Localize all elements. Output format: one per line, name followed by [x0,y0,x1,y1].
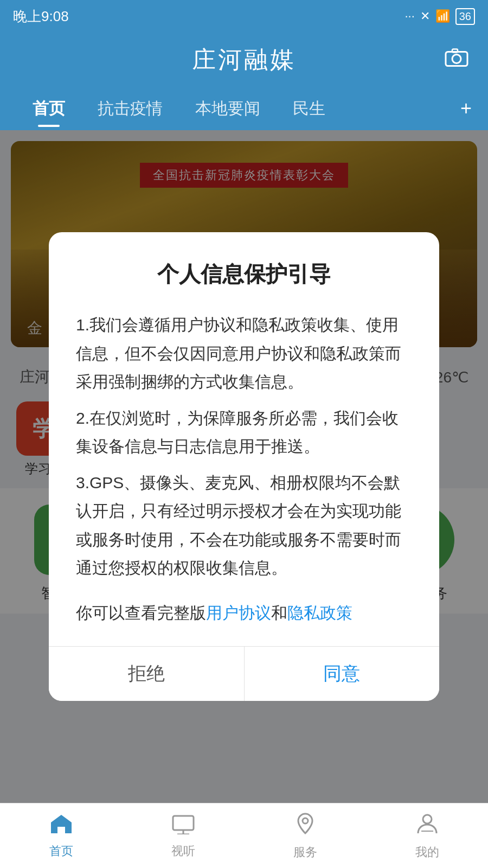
tab-home[interactable]: 首页 [16,87,81,130]
reject-button[interactable]: 拒绝 [49,647,245,701]
tab-livelihood[interactable]: 民生 [277,87,342,130]
battery-indicator: 36 [455,8,475,25]
wifi-icon: 📶 [435,9,450,23]
privacy-policy-link[interactable]: 隐私政策 [287,604,352,622]
modal-body: 1.我们会遵循用户协议和隐私政策收集、使用信息，但不会仅因同意用户协议和隐私政策… [76,311,412,583]
privacy-modal: 个人信息保护引导 1.我们会遵循用户协议和隐私政策收集、使用信息，但不会仅因同意… [49,232,439,701]
svg-point-8 [303,818,308,824]
svg-point-9 [423,815,432,824]
signal-icon: ✕ [420,9,430,23]
bottom-mine-label: 我的 [415,844,439,860]
modal-link-prefix: 你可以查看完整版 [76,604,206,622]
camera-button[interactable] [445,48,468,72]
modal-overlay: 个人信息保护引导 1.我们会遵循用户协议和隐私政策收集、使用信息，但不会仅因同意… [0,130,488,803]
status-icons: ··· ✕ 📶 36 [404,8,475,25]
modal-title: 个人信息保护引导 [76,259,412,289]
tab-add-button[interactable]: + [460,97,472,120]
mine-icon [415,812,440,841]
modal-paragraph-1: 1.我们会遵循用户协议和隐私政策收集、使用信息，但不会仅因同意用户协议和隐私政策… [76,311,412,397]
svg-rect-5 [173,816,194,830]
modal-link-conjunction: 和 [271,604,287,622]
tab-local-news[interactable]: 本地要闻 [179,87,277,130]
svg-rect-2 [452,49,458,53]
bottom-nav-av[interactable]: 视听 [122,813,244,859]
bottom-av-label: 视听 [171,843,195,859]
nav-tabs-bar: 首页 抗击疫情 本地要闻 民生 + [0,87,488,130]
bottom-home-label: 首页 [49,843,73,859]
bottom-nav-service[interactable]: 服务 [244,812,366,860]
av-icon [171,813,196,840]
bottom-nav-mine[interactable]: 我的 [366,812,488,860]
modal-actions: 拒绝 同意 [49,646,439,701]
app-header: 庄河融媒 [0,33,488,87]
modal-paragraph-3: 3.GPS、摄像头、麦克风、相册权限均不会默认开启，只有经过明示授权才会在为实现… [76,469,412,583]
main-content: 全国抗击新冠肺炎疫情表彰大会 金 庄河 /26℃ 学 学习... 庄 [0,130,488,803]
bottom-nav-home[interactable]: 首页 [0,813,122,859]
modal-paragraph-2: 2.在仅浏览时，为保障服务所必需，我们会收集设备信息与日志信息用于推送。 [76,404,412,461]
bottom-nav: 首页 视听 服务 我的 [0,803,488,868]
svg-point-1 [452,55,461,63]
dots-icon: ··· [404,9,414,23]
app-title: 庄河融媒 [192,44,296,76]
agree-button[interactable]: 同意 [245,647,440,701]
service-icon [293,812,318,841]
status-time: 晚上9:08 [13,7,69,26]
status-bar: 晚上9:08 ··· ✕ 📶 36 [0,0,488,33]
modal-link-row: 你可以查看完整版用户协议和隐私政策 [76,602,412,624]
bottom-service-label: 服务 [293,844,317,860]
home-icon [49,813,74,840]
user-agreement-link[interactable]: 用户协议 [206,604,271,622]
tab-epidemic[interactable]: 抗击疫情 [81,87,179,130]
